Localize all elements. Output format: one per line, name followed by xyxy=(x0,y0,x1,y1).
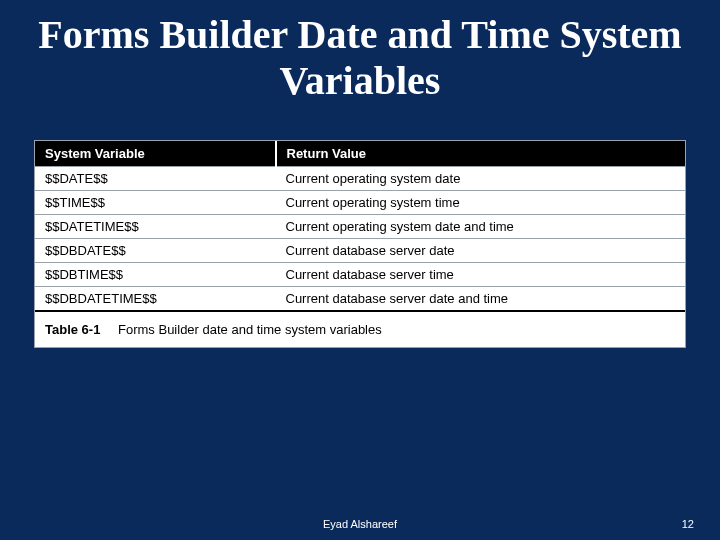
cell-variable: $$TIME$$ xyxy=(35,191,276,215)
cell-variable: $$DBDATETIME$$ xyxy=(35,287,276,312)
table-row: $$DBTIME$$ Current database server time xyxy=(35,263,685,287)
table-row: $$DBDATETIME$$ Current database server d… xyxy=(35,287,685,312)
table-header-variable: System Variable xyxy=(35,141,276,167)
cell-variable: $$DATETIME$$ xyxy=(35,215,276,239)
cell-variable: $$DBDATE$$ xyxy=(35,239,276,263)
footer-author: Eyad Alshareef xyxy=(0,518,720,530)
caption-label: Table 6-1 xyxy=(45,322,100,337)
slide-title: Forms Builder Date and Time System Varia… xyxy=(32,12,688,104)
cell-return: Current database server date and time xyxy=(276,287,686,312)
footer-page-number: 12 xyxy=(682,518,694,530)
cell-variable: $$DATE$$ xyxy=(35,167,276,191)
table-header-return: Return Value xyxy=(276,141,686,167)
table-caption: Table 6-1 Forms Builder date and time sy… xyxy=(35,312,685,347)
cell-return: Current database server date xyxy=(276,239,686,263)
cell-return: Current database server time xyxy=(276,263,686,287)
slide: Forms Builder Date and Time System Varia… xyxy=(0,0,720,540)
table-row: $$TIME$$ Current operating system time xyxy=(35,191,685,215)
cell-return: Current operating system date xyxy=(276,167,686,191)
table-row: $$DATE$$ Current operating system date xyxy=(35,167,685,191)
system-variables-table: System Variable Return Value $$DATE$$ Cu… xyxy=(35,141,685,312)
caption-text: Forms Builder date and time system varia… xyxy=(118,322,382,337)
table-row: $$DBDATE$$ Current database server date xyxy=(35,239,685,263)
cell-return: Current operating system time xyxy=(276,191,686,215)
table-figure: System Variable Return Value $$DATE$$ Cu… xyxy=(34,140,686,348)
table-row: $$DATETIME$$ Current operating system da… xyxy=(35,215,685,239)
cell-return: Current operating system date and time xyxy=(276,215,686,239)
cell-variable: $$DBTIME$$ xyxy=(35,263,276,287)
